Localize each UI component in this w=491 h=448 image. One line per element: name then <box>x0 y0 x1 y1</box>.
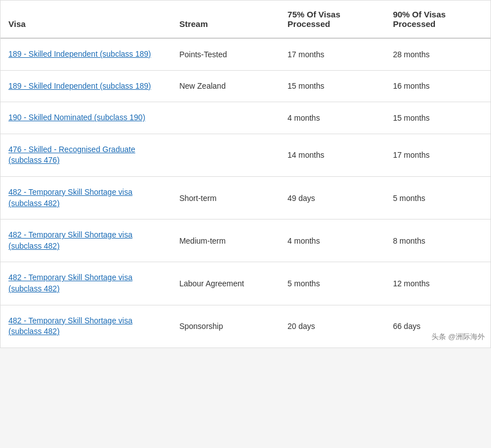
table-row: 482 - Temporary Skill Shortage visa (sub… <box>1 305 490 348</box>
visa-cell-3: 476 - Skilled - Recognised Graduate (sub… <box>1 134 171 176</box>
p90-cell-1: 16 months <box>385 70 490 102</box>
p90-cell-3: 17 months <box>385 134 490 176</box>
visa-cell-1: 189 - Skilled Independent (subclass 189) <box>1 70 171 102</box>
stream-cell-6: Labour Agreement <box>171 262 280 305</box>
visa-link-6[interactable]: 482 - Temporary Skill Shortage visa (sub… <box>8 272 163 294</box>
header-stream: Stream <box>171 1 280 38</box>
stream-cell-2 <box>171 102 280 134</box>
visa-link-0[interactable]: 189 - Skilled Independent (subclass 189) <box>8 49 163 60</box>
stream-cell-1: New Zealand <box>171 70 280 102</box>
visa-cell-7: 482 - Temporary Skill Shortage visa (sub… <box>1 305 171 348</box>
p75-cell-3: 14 months <box>280 134 385 176</box>
visa-cell-6: 482 - Temporary Skill Shortage visa (sub… <box>1 262 171 305</box>
visa-link-1[interactable]: 189 - Skilled Independent (subclass 189) <box>8 81 163 92</box>
table-row: 482 - Temporary Skill Shortage visa (sub… <box>1 262 490 305</box>
visa-link-5[interactable]: 482 - Temporary Skill Shortage visa (sub… <box>8 230 163 252</box>
watermark-text: 头条 @洲际海外 <box>431 332 485 342</box>
p90-cell-0: 28 months <box>385 38 490 70</box>
table-header-row: Visa Stream 75% Of Visas Processed 90% O… <box>1 1 490 38</box>
p75-cell-4: 49 days <box>280 176 385 219</box>
header-processed-75: 75% Of Visas Processed <box>280 1 385 38</box>
header-visa: Visa <box>1 1 171 38</box>
table-row: 476 - Skilled - Recognised Graduate (sub… <box>1 134 490 176</box>
stream-cell-3 <box>171 134 280 176</box>
p75-cell-0: 17 months <box>280 38 385 70</box>
table-row: 482 - Temporary Skill Shortage visa (sub… <box>1 220 490 262</box>
visa-link-3[interactable]: 476 - Skilled - Recognised Graduate (sub… <box>8 144 163 166</box>
p90-cell-4: 5 months <box>385 176 490 219</box>
p75-cell-2: 4 months <box>280 102 385 134</box>
visa-link-2[interactable]: 190 - Skilled Nominated (subclass 190) <box>8 112 163 124</box>
stream-cell-0: Points-Tested <box>171 38 280 70</box>
stream-cell-5: Medium-term <box>171 220 280 262</box>
visa-processing-table: Visa Stream 75% Of Visas Processed 90% O… <box>0 0 491 348</box>
visa-cell-5: 482 - Temporary Skill Shortage visa (sub… <box>1 220 171 262</box>
p90-cell-2: 15 months <box>385 102 490 134</box>
table-row: 189 - Skilled Independent (subclass 189)… <box>1 38 490 70</box>
p75-cell-6: 5 months <box>280 262 385 305</box>
p90-cell-6: 12 months <box>385 262 490 305</box>
visa-cell-2: 190 - Skilled Nominated (subclass 190) <box>1 102 171 134</box>
stream-cell-7: Sponsorship <box>171 305 280 348</box>
visa-cell-0: 189 - Skilled Independent (subclass 189) <box>1 38 171 70</box>
p75-cell-5: 4 months <box>280 220 385 262</box>
p75-cell-7: 20 days <box>280 305 385 348</box>
stream-cell-4: Short-term <box>171 176 280 219</box>
visa-cell-4: 482 - Temporary Skill Shortage visa (sub… <box>1 176 171 219</box>
table-row: 482 - Temporary Skill Shortage visa (sub… <box>1 176 490 219</box>
p90-cell-5: 8 months <box>385 220 490 262</box>
visa-link-7[interactable]: 482 - Temporary Skill Shortage visa (sub… <box>8 316 163 337</box>
header-processed-90: 90% Of Visas Processed <box>385 1 490 38</box>
table-row: 189 - Skilled Independent (subclass 189)… <box>1 70 490 102</box>
visa-link-4[interactable]: 482 - Temporary Skill Shortage visa (sub… <box>8 187 163 209</box>
table-row: 190 - Skilled Nominated (subclass 190)4 … <box>1 102 490 134</box>
p75-cell-1: 15 months <box>280 70 385 102</box>
